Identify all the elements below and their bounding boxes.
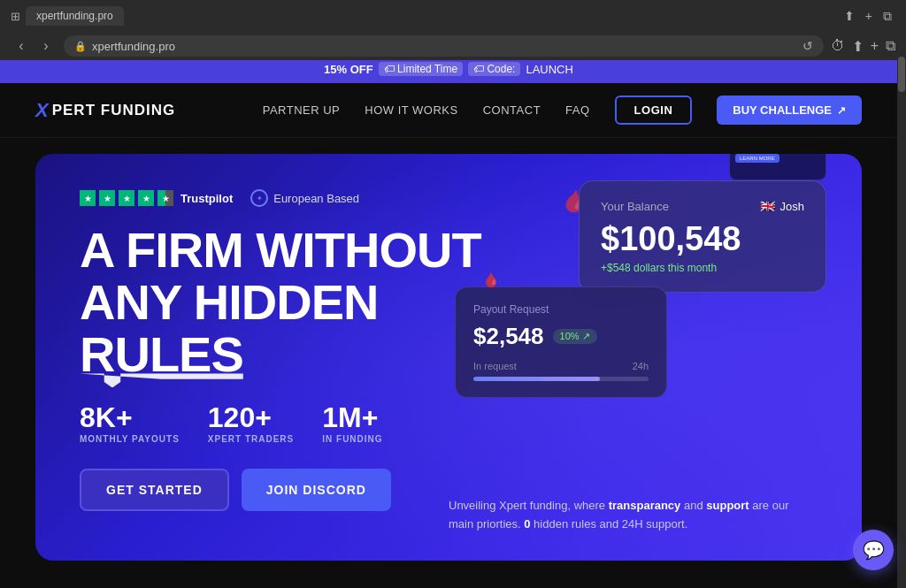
scrollbar[interactable] bbox=[897, 55, 906, 588]
hero-title: A FIRM WITHOUT ANY HIDDEN RULES bbox=[80, 225, 495, 380]
logo-text: PERT FUNDING bbox=[52, 102, 176, 119]
nav-how-it-works[interactable]: HOW IT WORKS bbox=[365, 103, 457, 117]
history-button[interactable]: ⏱ bbox=[831, 38, 845, 54]
chat-button[interactable]: 💬 bbox=[853, 530, 894, 570]
tab-icon: ⊞ bbox=[11, 10, 20, 23]
promo-percent: 15% OFF bbox=[324, 63, 373, 76]
logo-x-letter: X bbox=[35, 99, 49, 122]
forward-button[interactable]: › bbox=[35, 35, 57, 57]
star-5-half: ★ bbox=[157, 190, 173, 206]
bottom-bold-transparancy: transparancy bbox=[609, 499, 681, 512]
progress-time: 24h bbox=[633, 361, 649, 371]
browser-toolbar: ‹ › 🔒 xpertfunding.pro ↺ ⏱ ⬆ + ⧉ bbox=[0, 32, 906, 60]
in-request-label: In request bbox=[473, 361, 517, 371]
thumb-button[interactable]: LEARN MORE bbox=[735, 154, 779, 163]
bottom-text-3: are our bbox=[752, 499, 788, 512]
stat-label-monthly: MONTHLY PAYOUTS bbox=[80, 434, 180, 444]
progress-fill bbox=[473, 377, 600, 381]
bottom-bold-support: support bbox=[706, 499, 749, 512]
star-4: ★ bbox=[138, 190, 154, 206]
share-toolbar-button[interactable]: ⬆ bbox=[852, 38, 864, 55]
browser-window-buttons: ⬆ + ⧉ bbox=[841, 7, 895, 26]
login-button[interactable]: LOGIN bbox=[615, 95, 693, 125]
payout-label: Payout Request bbox=[473, 303, 649, 316]
stats-row: 8K+ MONTHLY PAYOUTS 120+ XPERT TRADERS 1… bbox=[80, 401, 495, 444]
lock-icon: 🔒 bbox=[74, 41, 87, 52]
chat-icon: 💬 bbox=[863, 539, 885, 561]
nav-faq[interactable]: FAQ bbox=[565, 103, 590, 117]
promo-code: 🏷 Code: bbox=[468, 62, 520, 76]
hero-title-line3: RULES bbox=[80, 329, 243, 381]
flag-icon: 🇬🇧 bbox=[760, 199, 775, 213]
join-discord-button[interactable]: JOIN DISCORD bbox=[242, 469, 391, 511]
star-3: ★ bbox=[119, 190, 134, 206]
nav-links: PARTNER UP HOW IT WORKS CONTACT FAQ LOGI… bbox=[263, 95, 862, 125]
payout-amount-row: $2,548 10% ↗ bbox=[473, 323, 649, 350]
balance-amount: $100,548 bbox=[601, 220, 804, 258]
hero-section: ★ ★ ★ ★ ★ Trustpilot ✦ European Based A … bbox=[35, 154, 862, 561]
eu-label: European Based bbox=[273, 192, 359, 205]
sidebar-button[interactable]: ⧉ bbox=[886, 38, 895, 54]
stat-label-funding: IN FUNDING bbox=[322, 434, 382, 444]
page-content: 15% OFF 🏷 Limited Time 🏷 Code: LAUNCH X … bbox=[0, 55, 897, 588]
toolbar-actions: ⏱ ⬆ + ⧉ bbox=[831, 38, 895, 55]
balance-user: 🇬🇧 Josh bbox=[760, 199, 804, 213]
progress-info: In request 24h bbox=[473, 361, 649, 371]
back-button[interactable]: ‹ bbox=[11, 35, 32, 57]
url-text: xpertfunding.pro bbox=[92, 40, 175, 53]
payout-badge: 10% ↗ bbox=[553, 329, 597, 344]
bottom-text-2: and bbox=[684, 499, 706, 512]
eu-circle-icon: ✦ bbox=[250, 189, 268, 207]
tab-area: ⊞ xpertfunding.pro bbox=[11, 6, 124, 26]
scrollbar-thumb[interactable] bbox=[898, 57, 905, 92]
stat-number-8k: 8K+ bbox=[80, 401, 180, 434]
stat-funding: 1M+ IN FUNDING bbox=[322, 401, 382, 444]
progress-bar bbox=[473, 377, 649, 381]
promo-limited: 🏷 Limited Time bbox=[379, 62, 463, 76]
balance-card: Your Balance 🇬🇧 Josh $100,548 +$548 doll… bbox=[579, 180, 826, 293]
stat-monthly-payouts: 8K+ MONTHLY PAYOUTS bbox=[80, 401, 180, 444]
payout-card: 🩸 Payout Request $2,548 10% ↗ In request… bbox=[455, 286, 667, 398]
share-button[interactable]: ⬆ bbox=[841, 7, 858, 26]
get-started-button[interactable]: GET STARTED bbox=[80, 469, 229, 511]
add-tab-button[interactable]: + bbox=[862, 7, 876, 26]
trustpilot-stars: ★ ★ ★ ★ ★ Trustpilot bbox=[80, 190, 233, 206]
nav-buttons: ‹ › bbox=[11, 35, 57, 57]
hero-bottom-text: Unveiling Xpert funding, where transpara… bbox=[449, 497, 826, 534]
hero-left-content: ★ ★ ★ ★ ★ Trustpilot ✦ European Based A … bbox=[80, 189, 495, 511]
balance-label: Your Balance bbox=[601, 200, 669, 213]
fullscreen-button[interactable]: ⧉ bbox=[879, 7, 895, 26]
eu-badge: ✦ European Based bbox=[250, 189, 359, 207]
tab-label[interactable]: xpertfunding.pro bbox=[26, 6, 124, 26]
browser-chrome: ⊞ xpertfunding.pro ⬆ + ⧉ ‹ › 🔒 xpertfund… bbox=[0, 0, 906, 55]
balance-card-header: Your Balance 🇬🇧 Josh bbox=[601, 199, 804, 213]
star-1: ★ bbox=[80, 190, 96, 206]
stat-label-traders: XPERT TRADERS bbox=[208, 434, 294, 444]
payout-amount: $2,548 bbox=[473, 323, 544, 350]
trustpilot-logo: Trustpilot bbox=[180, 192, 233, 205]
stat-traders: 120+ XPERT TRADERS bbox=[208, 401, 294, 444]
drip-payout-decoration: 🩸 bbox=[482, 271, 500, 288]
stat-number-120: 120+ bbox=[208, 401, 294, 434]
bottom-text-4: main priorties. bbox=[449, 517, 524, 531]
star-2: ★ bbox=[99, 190, 115, 206]
logo[interactable]: X PERT FUNDING bbox=[35, 99, 175, 122]
nav-partner-up[interactable]: PARTNER UP bbox=[263, 103, 341, 117]
balance-change: +$548 dollars this month bbox=[601, 262, 804, 274]
reload-button[interactable]: ↺ bbox=[802, 39, 813, 53]
address-bar[interactable]: 🔒 xpertfunding.pro ↺ bbox=[64, 35, 824, 57]
buy-challenge-button[interactable]: BUY CHALLENGE ↗ bbox=[717, 95, 862, 125]
trust-badges-row: ★ ★ ★ ★ ★ Trustpilot ✦ European Based bbox=[80, 189, 495, 207]
hero-title-line2: ANY HIDDEN bbox=[80, 277, 495, 329]
buy-button-label: BUY CHALLENGE bbox=[733, 103, 832, 117]
bottom-text-5: hidden rules and 24H support. bbox=[534, 517, 687, 531]
hero-title-line1: A FIRM WITHOUT bbox=[80, 225, 495, 277]
bottom-bold-zero: 0 bbox=[524, 517, 530, 531]
new-tab-button[interactable]: + bbox=[871, 38, 879, 54]
promo-code-value: LAUNCH bbox=[526, 63, 572, 76]
stat-number-1m: 1M+ bbox=[322, 401, 382, 434]
balance-username: Josh bbox=[780, 200, 804, 213]
thumb-content: JOIN OUR EXCLUSIVE AFFILIATION PROGRAM L… bbox=[730, 154, 825, 179]
nav-contact[interactable]: CONTACT bbox=[483, 103, 541, 117]
affiliate-thumbnail[interactable]: JOIN OUR EXCLUSIVE AFFILIATION PROGRAM L… bbox=[729, 154, 826, 180]
